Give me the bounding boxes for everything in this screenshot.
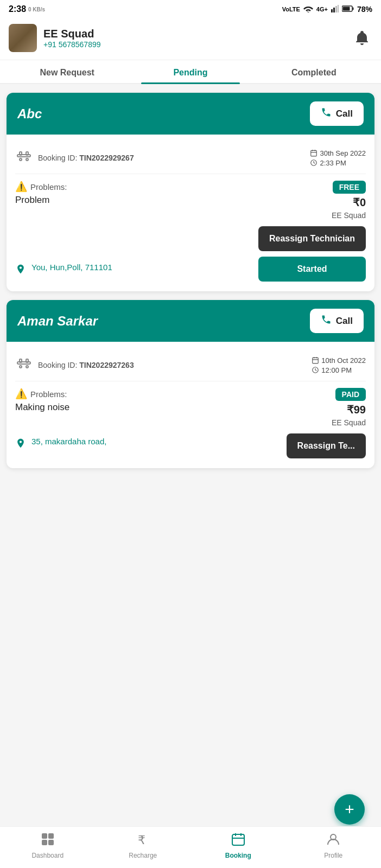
svg-point-22 [20,366,22,368]
action-buttons-1: Reassign Technician Started [258,226,366,284]
booking-id-label-2: Booking ID: TIN2022927263 [38,361,134,369]
rupee-icon: ₹ [136,832,150,850]
svg-rect-8 [20,152,22,155]
company-name: EE Squad [43,28,101,40]
header-left: EE Squad +91 5678567899 [9,24,101,52]
phone-icon-2 [321,314,332,328]
booking-date-2: 10th Oct 2022 [321,356,366,365]
notification-bell-button[interactable] [352,28,372,48]
svg-rect-36 [232,834,244,845]
nav-profile-label: Profile [324,852,342,859]
reassign-button-1[interactable]: Reassign Technician [258,226,366,251]
nav-dashboard[interactable]: Dashboard [29,832,67,859]
network-icon: 4G+ [316,6,328,12]
nav-dashboard-label: Dashboard [31,852,63,859]
svg-text:₹: ₹ [138,833,145,846]
nav-booking-label: Booking [225,852,251,859]
pipe-icon-2 [15,355,33,375]
bottom-navigation: Dashboard ₹ Recharge Booking Profile [0,826,381,868]
started-button-1[interactable]: Started [258,257,366,282]
tab-completed[interactable]: Completed [252,60,376,83]
tab-bar: New Request Pending Completed [0,60,381,84]
header-info: EE Squad +91 5678567899 [43,28,101,49]
svg-rect-0 [331,9,333,12]
card-bottom-1: You, Hun,Poll, 711101 Reassign Technicia… [15,226,366,284]
price-squad-1: EE Squad [332,211,366,220]
calendar-icon [231,832,245,850]
booking-datetime-1: 30th Sep 2022 2:33 PM [310,149,366,167]
booking-time-1: 2:33 PM [320,159,346,167]
svg-rect-32 [48,833,54,839]
avatar [9,24,37,52]
status-kb: 0 KB/s [28,7,45,12]
nav-recharge[interactable]: ₹ Recharge [124,832,162,859]
booking-date-1: 30th Sep 2022 [320,149,366,157]
svg-point-11 [26,158,28,161]
svg-rect-5 [352,7,353,10]
price-amount-1: ₹0 [353,196,366,209]
reassign-button-2[interactable]: Reassign Te... [287,433,366,458]
details-row-2: ⚠️ Problems: Making noise PAID ₹99 EE Sq… [15,381,366,433]
battery-icon [342,5,354,14]
svg-rect-9 [26,152,28,155]
wifi-icon [303,5,313,14]
nav-recharge-label: Recharge [129,852,157,859]
tab-new-request[interactable]: New Request [5,60,129,83]
status-time: 2:38 [9,4,26,14]
svg-rect-31 [42,833,47,839]
booking-card-2: Aman Sarkar Call Booking ID: TIN20229272… [7,300,374,468]
problems-section-2: ⚠️ Problems: Making noise [15,388,332,413]
svg-rect-24 [313,358,319,363]
location-icon-1 [15,264,26,277]
booking-datetime-2: 10th Oct 2022 12:00 PM [312,356,366,374]
call-label-2: Call [336,316,353,327]
location-text-2: 35, makardaha road, [31,437,106,446]
svg-point-23 [26,366,28,368]
price-squad-2: EE Squad [332,418,366,427]
call-button-2[interactable]: Call [310,309,364,333]
add-fab-button[interactable]: + [334,794,365,825]
status-bar: 2:38 0 KB/s VoLTE 4G+ 78% [0,0,381,18]
svg-rect-21 [26,359,28,362]
location-row-1: You, Hun,Poll, 711101 [15,259,112,284]
svg-line-18 [314,163,315,163]
phone-icon-1 [321,107,332,120]
svg-rect-3 [338,5,339,12]
status-right: VoLTE 4G+ 78% [282,5,372,14]
svg-rect-12 [311,150,317,156]
dashboard-icon [41,832,55,850]
svg-rect-1 [333,8,335,12]
tab-pending[interactable]: Pending [129,60,252,83]
nav-profile[interactable]: Profile [314,832,352,859]
svg-rect-20 [20,359,22,362]
volte-icon: VoLTE [282,6,300,12]
status-left: 2:38 0 KB/s [9,4,45,14]
plus-icon: + [345,800,354,819]
card-header-1: Abc Call [7,93,374,135]
call-button-1[interactable]: Call [310,101,364,126]
price-section-1: FREE ₹0 EE Squad [332,181,366,220]
customer-name-1: Abc [17,106,42,122]
problem-text-2: Making noise [15,402,332,413]
svg-rect-6 [342,7,350,10]
warning-icon-1: ⚠️ [15,181,27,193]
booking-card-1: Abc Call Booking ID: TIN2022929267 [7,93,374,291]
location-icon-2 [15,438,26,451]
company-phone: +91 5678567899 [43,40,101,49]
location-row-2: 35, makardaha road, [15,433,106,458]
price-badge-1: FREE [333,181,366,194]
card-header-2: Aman Sarkar Call [7,300,374,342]
pipe-icon-1 [15,148,33,168]
card-body-2: Booking ID: TIN2022927263 10th Oct 2022 … [7,342,374,468]
booking-id-label-1: Booking ID: TIN2022929267 [38,154,134,162]
location-text-1: You, Hun,Poll, 711101 [31,263,112,272]
signal-icon [331,5,339,14]
price-amount-2: ₹99 [347,403,366,416]
battery-percent: 78% [357,5,372,14]
booking-row-2: Booking ID: TIN2022927263 10th Oct 2022 … [15,349,366,381]
action-buttons-2: Reassign Te... [287,433,366,461]
svg-point-10 [20,158,22,161]
svg-rect-33 [42,840,47,845]
nav-booking[interactable]: Booking [219,832,257,859]
svg-line-30 [315,370,316,371]
